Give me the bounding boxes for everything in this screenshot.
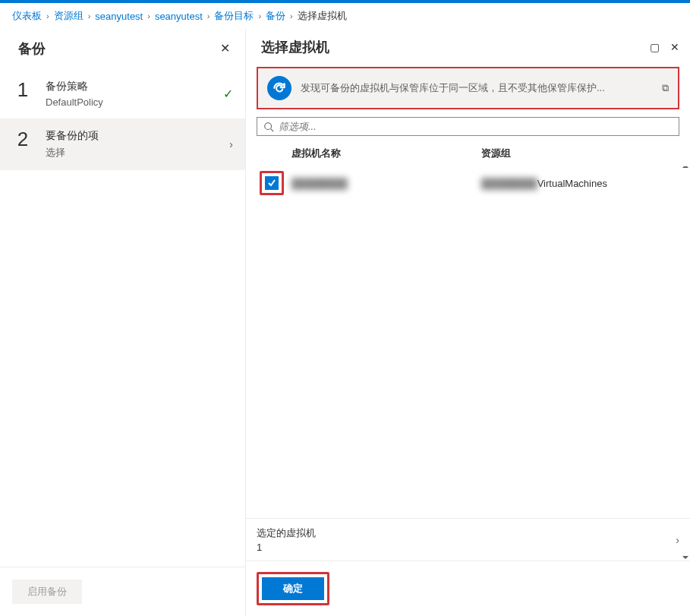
enable-backup-button: 启用备份 xyxy=(12,580,82,604)
step-number: 1 xyxy=(12,80,33,100)
breadcrumb: 仪表板› 资源组› seanyutest› seanyutest› 备份目标› … xyxy=(0,3,690,29)
right-panel-title: 选择虚拟机 xyxy=(261,38,329,56)
vm-name-cell: ████████ xyxy=(291,178,481,189)
chevron-right-icon: › xyxy=(147,11,150,21)
backup-wizard-panel: 备份 ✕ 1 备份策略 DefaultPolicy ✓ 2 要备份的项 选择 ›… xyxy=(0,29,246,616)
left-panel-title: 备份 xyxy=(18,39,46,58)
selected-vms-bar[interactable]: 选定的虚拟机 1 › xyxy=(246,518,690,561)
highlight-box: 确定 xyxy=(257,572,329,605)
breadcrumb-dashboard[interactable]: 仪表板 xyxy=(12,9,42,23)
step-subtitle: 选择 xyxy=(46,146,217,160)
breadcrumb-backup[interactable]: 备份 xyxy=(266,9,285,23)
col-vm-name[interactable]: 虚拟机名称 xyxy=(291,147,481,160)
breadcrumb-current: 选择虚拟机 xyxy=(298,9,347,23)
table-row[interactable]: ████████ ████████VirtualMachines xyxy=(246,166,690,200)
vm-table-body: ████████ ████████VirtualMachines xyxy=(246,166,690,518)
step-number: 2 xyxy=(12,129,33,149)
step-title: 备份策略 xyxy=(46,80,211,93)
col-resource-group[interactable]: 资源组 xyxy=(481,147,679,160)
svg-line-1 xyxy=(271,128,274,131)
refresh-icon xyxy=(267,76,291,100)
check-icon: ✓ xyxy=(223,87,233,101)
svg-point-0 xyxy=(265,122,272,129)
filter-input[interactable] xyxy=(279,121,673,132)
search-icon xyxy=(263,122,274,132)
step-title: 要备份的项 xyxy=(46,129,217,143)
close-icon[interactable]: ✕ xyxy=(670,41,679,53)
close-icon[interactable]: ✕ xyxy=(217,38,233,58)
maximize-icon[interactable]: ▢ xyxy=(650,41,660,53)
step-subtitle: DefaultPolicy xyxy=(46,96,211,108)
selected-label: 选定的虚拟机 xyxy=(257,526,316,540)
chevron-right-icon: › xyxy=(290,11,293,21)
breadcrumb-backup-target[interactable]: 备份目标 xyxy=(214,9,254,23)
info-text: 发现可备份的虚拟机与保管库位于同一区域，且不受其他保管库保护... xyxy=(301,81,653,95)
chevron-right-icon: › xyxy=(88,11,91,21)
chevron-right-icon: › xyxy=(46,11,49,21)
wizard-step-items[interactable]: 2 要备份的项 选择 › xyxy=(0,118,245,170)
resource-group-cell: ████████VirtualMachines xyxy=(481,178,679,189)
chevron-right-icon: › xyxy=(258,11,261,21)
chevron-right-icon: › xyxy=(207,11,210,21)
info-banner: 发现可备份的虚拟机与保管库位于同一区域，且不受其他保管库保护... ⧉ xyxy=(257,67,679,109)
chevron-right-icon: › xyxy=(676,534,679,546)
highlight-box xyxy=(260,171,284,195)
select-vm-panel: 选择虚拟机 ▢ ✕ 发现可备份的虚拟机与保管库位于同一区域，且不受其他保管库保护… xyxy=(246,29,690,616)
checkbox-checked[interactable] xyxy=(265,176,279,190)
selected-count: 1 xyxy=(257,542,316,553)
ok-button[interactable]: 确定 xyxy=(262,577,324,600)
breadcrumb-resource-name[interactable]: seanyutest xyxy=(155,11,203,22)
breadcrumb-rg-name[interactable]: seanyutest xyxy=(95,11,143,22)
breadcrumb-resource-groups[interactable]: 资源组 xyxy=(54,9,83,23)
popout-icon[interactable]: ⧉ xyxy=(662,82,669,94)
table-header: 虚拟机名称 资源组 xyxy=(246,141,690,166)
filter-input-wrapper[interactable] xyxy=(257,117,679,136)
wizard-step-policy[interactable]: 1 备份策略 DefaultPolicy ✓ xyxy=(0,69,245,118)
chevron-right-icon: › xyxy=(229,138,233,150)
